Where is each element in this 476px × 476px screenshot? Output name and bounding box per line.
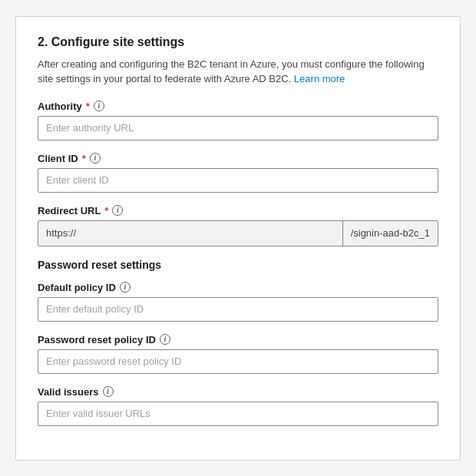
reset-policy-field-group: Password reset policy ID i [38, 334, 438, 374]
valid-issuers-input[interactable] [38, 402, 438, 426]
reset-policy-input[interactable] [38, 349, 438, 374]
learn-more-link[interactable]: Learn more [294, 73, 345, 84]
password-reset-section: Password reset settings Default policy I… [38, 259, 438, 426]
client-id-required: * [82, 153, 86, 164]
client-id-label: Client ID * i [38, 153, 438, 164]
redirect-url-wrapper: /signin-aad-b2c_1 [38, 220, 438, 246]
valid-issuers-info-icon[interactable]: i [103, 386, 114, 397]
reset-policy-label: Password reset policy ID i [38, 334, 438, 345]
default-policy-input[interactable] [38, 297, 438, 322]
password-reset-title: Password reset settings [38, 259, 438, 271]
default-policy-info-icon[interactable]: i [120, 282, 131, 293]
client-id-input[interactable] [38, 168, 438, 193]
default-policy-label: Default policy ID i [38, 282, 438, 293]
authority-field-group: Authority * i [38, 101, 438, 140]
redirect-url-info-icon[interactable]: i [112, 205, 123, 216]
default-policy-field-group: Default policy ID i [38, 282, 438, 322]
client-id-info-icon[interactable]: i [90, 153, 101, 164]
authority-input[interactable] [38, 116, 438, 140]
valid-issuers-label: Valid issuers i [38, 386, 438, 398]
redirect-url-input[interactable] [38, 221, 342, 246]
configure-site-settings-card: 2. Configure site settings After creatin… [15, 16, 461, 461]
redirect-url-label: Redirect URL * i [38, 205, 438, 217]
client-id-field-group: Client ID * i [38, 153, 438, 193]
valid-issuers-field-group: Valid issuers i [38, 386, 438, 426]
authority-required: * [86, 101, 90, 112]
reset-policy-info-icon[interactable]: i [160, 334, 170, 345]
authority-info-icon[interactable]: i [94, 101, 104, 111]
section-description: After creating and configuring the B2C t… [38, 57, 438, 87]
redirect-url-suffix: /signin-aad-b2c_1 [342, 221, 438, 246]
redirect-url-field-group: Redirect URL * i /signin-aad-b2c_1 [38, 205, 438, 246]
authority-label: Authority * i [38, 101, 438, 112]
section-title: 2. Configure site settings [38, 35, 438, 49]
redirect-url-required: * [104, 205, 108, 217]
